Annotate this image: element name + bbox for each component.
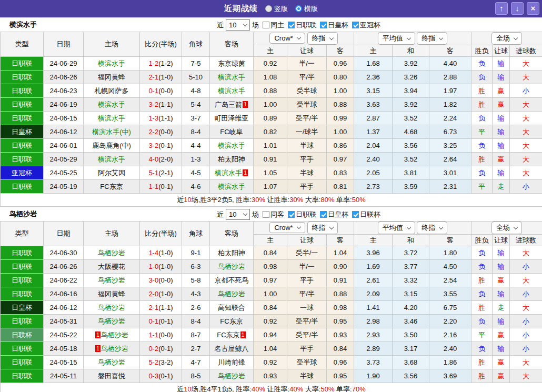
- crow-handicap: 平手: [287, 274, 327, 287]
- radio-label: 横版: [304, 4, 318, 14]
- avg-away-odds: 2.20: [429, 315, 471, 328]
- avg-home-odds: 1.90: [354, 369, 393, 383]
- crow-away-odds: 0.95: [327, 369, 354, 383]
- final-odds-dropdown-2[interactable]: 终指: [417, 32, 447, 45]
- avg-away-odds: 6.73: [429, 125, 471, 139]
- final-odds-dropdown[interactable]: 终指: [307, 32, 338, 45]
- summary-segment: 40%: [289, 385, 303, 392]
- avg-away-odds: 3.55: [429, 287, 471, 301]
- league-type-badge: 日职联: [1, 246, 44, 260]
- crow-handicap: 半球: [287, 139, 327, 153]
- home-team-cell: 大阪樱花: [84, 260, 140, 274]
- checkbox-league-1[interactable]: 日职联: [288, 21, 316, 30]
- summary-segment: 80%: [320, 196, 334, 204]
- col-header-winloss: 胜负: [471, 235, 493, 246]
- checkbox-icon[interactable]: [320, 211, 327, 218]
- final-odds-dropdown-2[interactable]: 终指: [417, 222, 447, 234]
- team-label: 鹿岛鹿角(中): [92, 142, 131, 149]
- fulltime-score: 3-2: [148, 100, 158, 108]
- team-label: 鸟栖沙岩: [98, 249, 125, 257]
- away-team-cell: 东京绿茵: [210, 57, 254, 71]
- match-row: 日职联24-06-19横滨水手3-2(1-1)5-4广岛三箭11.00受半球0.…: [1, 98, 542, 112]
- match-date: 24-06-23: [44, 84, 84, 98]
- checkbox-icon[interactable]: [263, 22, 269, 28]
- halftime-score: (2-0): [158, 155, 173, 163]
- fulltime-score: 3-2: [148, 142, 158, 149]
- fulltime-dropdown[interactable]: 全场: [491, 222, 522, 234]
- checkbox-icon[interactable]: [352, 211, 359, 218]
- chevron-down-icon: [514, 225, 518, 229]
- checkbox-same-venue[interactable]: 同主: [263, 21, 284, 30]
- handicap-result: 输: [493, 57, 510, 71]
- col-header-crow-home: 主: [254, 235, 287, 246]
- handicap-result: 赢: [493, 274, 510, 287]
- team-label: 横滨水手: [218, 142, 245, 149]
- radio-vertical-layout[interactable]: 竖版: [265, 4, 288, 14]
- fulltime-score: 1-0: [148, 263, 158, 270]
- handicap-result: 输: [493, 246, 510, 260]
- league-type-badge: 日皇杯: [1, 301, 44, 315]
- fulltime-score: 0-1: [148, 87, 158, 95]
- goals-result: 大: [510, 153, 542, 166]
- final-odds-dropdown[interactable]: 终指: [307, 222, 338, 234]
- col-header-score: 比分(半场): [140, 32, 182, 57]
- average-dropdown[interactable]: 平均值: [378, 32, 415, 45]
- avg-away-odds: 1.82: [429, 98, 471, 112]
- crow-handicap: 受半球: [287, 356, 327, 369]
- summary-segment: 10: [184, 385, 191, 392]
- close-button[interactable]: ×: [527, 2, 539, 15]
- team-label: 鸟栖沙岩: [218, 263, 245, 270]
- checkbox-icon[interactable]: [263, 211, 269, 218]
- checkbox-icon[interactable]: [288, 211, 295, 218]
- checkbox-icon[interactable]: [320, 22, 327, 28]
- checkbox-league-2[interactable]: 日皇杯: [320, 21, 348, 30]
- match-count-select[interactable]: 10: [226, 209, 250, 220]
- checkbox-league-2[interactable]: 日皇杯: [320, 210, 348, 219]
- checkbox-league-3[interactable]: 日联杯: [352, 210, 380, 219]
- handicap-result: 输: [493, 342, 510, 356]
- team-label: FC岐阜: [220, 128, 243, 136]
- team-label: 札幌冈萨多: [95, 87, 129, 95]
- winloss-result: 负: [471, 57, 493, 71]
- match-row: 日职联24-06-29横滨水手1-2(1-2)7-5东京绿茵0.92半/一0.9…: [1, 57, 542, 71]
- goals-result: 大: [510, 57, 542, 71]
- crow-away-odds: 0.98: [327, 301, 354, 315]
- match-count-select[interactable]: 10: [226, 19, 250, 31]
- scroll-up-button[interactable]: ↑: [495, 2, 508, 15]
- fulltime-score: 2-1: [148, 73, 158, 81]
- red-card-badge: 1: [95, 331, 101, 338]
- col-header-avg-away: 客: [429, 235, 471, 246]
- average-dropdown[interactable]: 平均值: [378, 222, 415, 234]
- crow-handicap: 平手: [287, 342, 327, 356]
- league-type-badge: 日职联: [1, 260, 44, 274]
- summary-segment: 让胜率:: [265, 196, 289, 204]
- avg-home-odds: 2.93: [354, 328, 393, 342]
- summary-segment: 50%: [352, 196, 366, 204]
- red-card-badge: 1: [243, 169, 248, 176]
- winloss-result: 胜: [471, 356, 493, 369]
- chevron-down-icon: [297, 225, 301, 229]
- bookmaker-dropdown[interactable]: Crow*: [269, 33, 305, 44]
- match-date: 24-06-26: [44, 260, 84, 274]
- radio-horizontal-layout[interactable]: 横版: [295, 4, 318, 14]
- checkbox-icon[interactable]: [288, 22, 295, 28]
- crow-handicap: 受平/半: [287, 315, 327, 328]
- fulltime-dropdown[interactable]: 全场: [491, 32, 522, 45]
- checkbox-icon[interactable]: [352, 22, 359, 28]
- league-type-badge: 日职联: [1, 287, 44, 301]
- filter-suffix: 场: [252, 21, 259, 30]
- radio-icon[interactable]: [295, 5, 302, 12]
- league-type-badge: 日皇杯: [1, 125, 44, 139]
- checkbox-league-1[interactable]: 日职联: [288, 210, 316, 219]
- match-row: 日职联24-06-23札幌冈萨多0-1(0-0)4-8横滨水手0.88受半球1.…: [1, 84, 542, 98]
- radio-icon[interactable]: [265, 5, 272, 12]
- section-summary: 近10场,胜3平2负5, 胜率:30% 让胜率:30% 大率:80% 单率:50…: [1, 194, 542, 207]
- team-label: 鸟栖沙岩: [218, 290, 245, 298]
- checkbox-same-venue[interactable]: 同客: [263, 210, 284, 219]
- chevron-down-icon: [329, 225, 333, 229]
- checkbox-league-3[interactable]: 亚冠杯: [352, 21, 380, 30]
- bookmaker-dropdown[interactable]: Crow*: [269, 222, 305, 233]
- summary-segment: 30%: [252, 196, 265, 204]
- team-label: 横滨水手: [98, 59, 125, 67]
- scroll-down-button[interactable]: ↓: [511, 2, 524, 15]
